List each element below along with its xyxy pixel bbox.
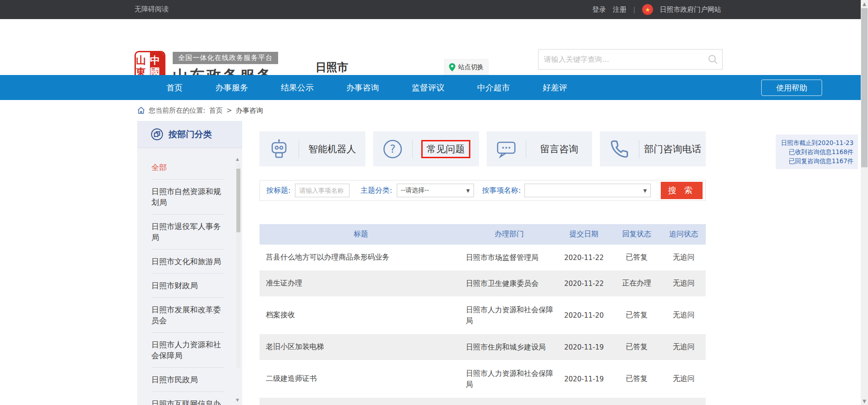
keyword-search-box [538, 49, 723, 70]
table-row[interactable]: 莒县什么地方可以办理商品条形码业务 日照市市场监督管理局 2020-11-22 … [259, 245, 706, 270]
rizhao-gov-service-page: 无障碍阅读 登录 注册 | ★ 日照市政府门户网站 山東 中國 全国一体化在线政… [0, 0, 868, 405]
search-button[interactable]: 搜 索 [661, 182, 703, 199]
question-icon: ? [373, 139, 412, 159]
row-reply-status: 已答复 [612, 334, 662, 360]
breadcrumb-current: 办事咨询 [236, 106, 263, 115]
title-filter-label: 按标题: [266, 186, 290, 195]
col-department: 办理部门 [462, 224, 556, 245]
message-icon [487, 140, 526, 159]
sidebar-item-veterans[interactable]: 日照市退役军人事务局 [151, 215, 224, 250]
table-header-row: 标题 办理部门 提交日期 回复状态 追问状态 [259, 224, 706, 245]
sidebar-scroll-track[interactable] [236, 163, 240, 368]
faq-table: 标题 办理部门 提交日期 回复状态 追问状态 莒县什么地方可以办理商品条形码业务… [259, 224, 706, 405]
sidebar-item-development-reform[interactable]: 日照市发展和改革委员会 [151, 298, 224, 333]
scroll-down-icon[interactable]: ▼ [861, 399, 868, 404]
tab-message-label: 留言咨询 [526, 143, 593, 155]
location-pin-icon [449, 63, 455, 71]
page-scrollbar[interactable]: ▲ ▼ [861, 0, 868, 405]
sidebar-scroll-down-icon[interactable]: ▼ [236, 398, 239, 402]
register-link[interactable]: 注册 [613, 5, 626, 14]
nav-item-services[interactable]: 办事服务 [199, 82, 264, 93]
tab-phone-label: 部门咨询电话 [639, 143, 706, 155]
keyword-search-input[interactable] [539, 55, 704, 64]
row-date: 2020-11-22 [556, 245, 612, 270]
sidebar-item-finance[interactable]: 日照市财政局 [151, 274, 224, 298]
platform-tag: 全国一体化在线政务服务平台 [173, 52, 278, 64]
row-title[interactable]: 档案接收 [259, 296, 462, 334]
item-name-select[interactable]: ▼ [524, 184, 651, 197]
breadcrumb: 您当前所在的位置: 首页 > 办事咨询 [137, 100, 263, 121]
table-row-partial[interactable] [259, 398, 706, 405]
row-department: 日照市人力资源和社会保障局 [462, 296, 556, 334]
chevron-down-icon: ▼ [643, 188, 647, 193]
row-followup-status: 无追问 [662, 270, 706, 296]
sidebar-item-natural-resources[interactable]: 日照市自然资源和规划局 [151, 180, 224, 215]
accessibility-link[interactable]: 无障碍阅读 [135, 5, 169, 14]
nav-item-home[interactable]: 首页 [150, 82, 199, 93]
consult-channel-cards: 智能机器人 ? 常见问题 [259, 131, 706, 166]
row-date: 2020-11-19 [556, 334, 612, 360]
title-filter-input[interactable] [295, 184, 349, 197]
row-reply-status: 已答复 [612, 360, 662, 398]
row-department: 日照市市场监督管理局 [462, 245, 556, 270]
primary-nav: 首页 办事服务 结果公示 办事咨询 监督评议 中介超市 好差评 使用帮助 [0, 75, 861, 100]
site-switch-button[interactable]: 站点切换 [444, 59, 489, 75]
nav-item-results[interactable]: 结果公示 [264, 82, 330, 93]
sidebar-item-human-resources[interactable]: 日照市人力资源和社会保障局 [151, 333, 224, 368]
row-reply-status: 正在办理 [612, 270, 662, 296]
portal-link[interactable]: 日照市政府门户网站 [660, 5, 721, 14]
row-reply-status: 已答复 [612, 245, 662, 270]
site-switch-label: 站点切换 [458, 63, 484, 71]
table-row[interactable]: 二级建造师证书 日照市人力资源和社会保障局 2020-11-19 已答复 无追问 [259, 360, 706, 398]
row-title[interactable]: 莒县什么地方可以办理商品条形码业务 [259, 245, 462, 270]
login-link[interactable]: 登录 [592, 5, 606, 14]
table-row[interactable]: 准生证办理 日照市卫生健康委员会 2020-11-22 正在办理 无追问 [259, 270, 706, 296]
sidebar-scrollbar[interactable]: ▲ ▼ [236, 157, 240, 405]
site-header: 山東 中國 全国一体化在线政务服务平台 山东政务服务 日照市 站点切换 [0, 19, 861, 75]
row-title[interactable]: 老旧小区加装电梯 [259, 334, 462, 360]
sidebar-item-culture-tourism[interactable]: 日照市文化和旅游局 [151, 250, 224, 274]
breadcrumb-separator: > [226, 106, 232, 115]
top-utility-bar: 无障碍阅读 登录 注册 | ★ 日照市政府门户网站 [0, 0, 861, 19]
row-title[interactable]: 准生证办理 [259, 270, 462, 296]
stats-line-received: 已收到咨询信息1168件 [780, 147, 853, 156]
breadcrumb-home-link[interactable]: 首页 [209, 106, 223, 115]
faq-filter-bar: 按标题: 主题分类: --请选择-- ▼ 按事项名称: ▼ 搜 索 [259, 180, 706, 201]
tab-message-consult[interactable]: 留言咨询 [487, 131, 593, 166]
col-title: 标题 [259, 224, 462, 245]
sidebar-scroll-thumb[interactable] [236, 169, 240, 232]
help-button[interactable]: 使用帮助 [761, 80, 822, 96]
sidebar-item-internet-info[interactable]: 日照市互联网信息办 [151, 392, 224, 405]
table-row[interactable]: 档案接收 日照市人力资源和社会保障局 2020-11-20 已答复 无追问 [259, 296, 706, 334]
sidebar-item-all[interactable]: 全部 [151, 153, 224, 180]
nav-item-consult[interactable]: 办事咨询 [330, 82, 395, 93]
topic-select[interactable]: --请选择-- ▼ [397, 184, 474, 197]
topic-select-value: --请选择-- [401, 186, 429, 195]
row-title[interactable]: 二级建造师证书 [259, 360, 462, 398]
table-row[interactable]: 老旧小区加装电梯 日照市住房和城乡建设局 2020-11-19 已答复 无追问 [259, 334, 706, 360]
row-date: 2020-11-20 [556, 296, 612, 334]
department-sidebar: 按部门分类 全部 日照市自然资源和规划局 日照市退役军人事务局 日照市文化和旅游… [137, 121, 242, 405]
scroll-up-icon[interactable]: ▲ [861, 1, 868, 6]
main-content: 智能机器人 ? 常见问题 [259, 131, 706, 405]
col-reply-status: 回复状态 [612, 224, 662, 245]
sidebar-header: 按部门分类 [137, 121, 242, 148]
search-icon[interactable] [704, 55, 722, 65]
city-name: 日照市 [315, 60, 348, 75]
nav-item-agency[interactable]: 中介超市 [461, 82, 526, 93]
robot-icon [259, 139, 299, 159]
nav-item-supervision[interactable]: 监督评议 [395, 82, 461, 93]
page-scroll-thumb[interactable] [861, 8, 868, 167]
row-followup-status: 无追问 [662, 245, 706, 270]
stats-line-replied: 已回复咨询信息1167件 [780, 156, 853, 165]
sidebar-item-civil-affairs[interactable]: 日照市民政局 [151, 368, 224, 392]
faq-highlight-box: 常见问题 [421, 140, 470, 158]
topbar-divider: | [633, 6, 635, 13]
tab-phone-consult[interactable]: 部门咨询电话 [600, 131, 706, 166]
tab-faq[interactable]: ? 常见问题 [373, 131, 479, 166]
tab-smart-robot-label: 智能机器人 [299, 143, 365, 155]
nav-item-rating[interactable]: 好差评 [526, 82, 584, 93]
sidebar-scroll-up-icon[interactable]: ▲ [236, 157, 239, 161]
row-department: 日照市卫生健康委员会 [462, 270, 556, 296]
tab-smart-robot[interactable]: 智能机器人 [259, 131, 365, 166]
